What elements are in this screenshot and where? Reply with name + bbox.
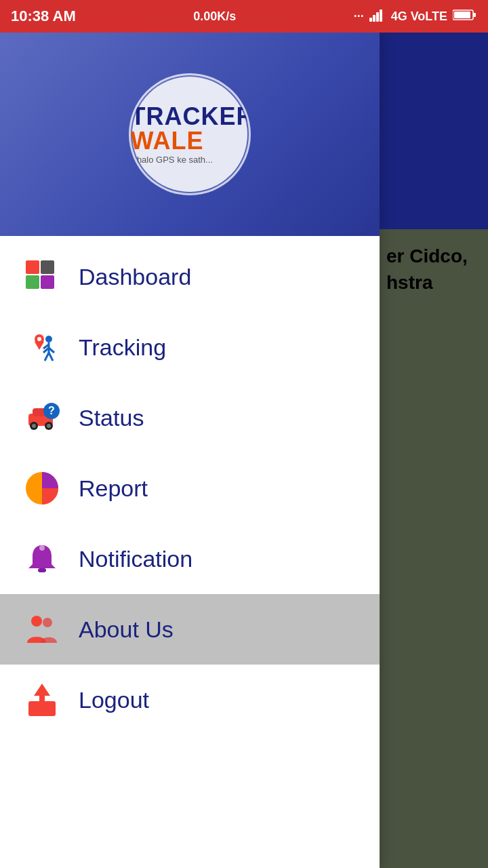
logo-title: TRACKER xyxy=(131,104,251,129)
svg-rect-0 xyxy=(369,18,372,22)
sidebar-item-about-us[interactable]: About Us xyxy=(0,594,380,665)
logo-subtitle: WALE xyxy=(131,129,204,153)
battery-icon xyxy=(453,8,477,25)
logo-text: TRACKER WALE Chalo GPS ke sath... xyxy=(131,104,251,165)
status-icons: ··· 4G VoLTE xyxy=(354,8,477,25)
svg-marker-28 xyxy=(35,342,44,350)
report-label: Report xyxy=(79,475,148,502)
sidebar-item-dashboard[interactable]: Dashboard xyxy=(0,241,380,312)
address-text: er Cidco, hstra xyxy=(386,243,481,296)
svg-rect-22 xyxy=(26,260,39,274)
sidebar-item-notification[interactable]: Notification xyxy=(0,524,380,594)
status-time: 10:38 AM xyxy=(11,7,76,25)
sidebar-item-tracking[interactable]: Tracking xyxy=(0,312,380,382)
sidebar-item-report[interactable]: Report xyxy=(0,453,380,524)
logo-tagline: Chalo GPS ke sath... xyxy=(131,155,213,165)
dashboard-icon xyxy=(19,254,65,300)
signal-dots-icon: ··· xyxy=(354,9,364,24)
network-type-label: 4G VoLTE xyxy=(391,9,447,24)
svg-point-29 xyxy=(45,336,52,342)
logout-label: Logout xyxy=(79,687,149,713)
svg-rect-51 xyxy=(39,692,45,703)
notification-label: Notification xyxy=(79,546,192,572)
svg-rect-23 xyxy=(41,260,54,274)
svg-point-48 xyxy=(43,618,52,627)
report-icon xyxy=(19,465,65,511)
svg-rect-49 xyxy=(28,701,56,716)
sidebar-item-status[interactable]: ? Status xyxy=(0,382,380,453)
svg-point-46 xyxy=(39,545,45,551)
sidebar-item-logout[interactable]: Logout xyxy=(0,665,380,735)
main-content: er Cidco, hstra xyxy=(380,33,488,868)
svg-line-33 xyxy=(45,353,49,361)
notification-icon xyxy=(19,536,65,582)
about-us-label: About Us xyxy=(79,616,174,643)
logout-icon xyxy=(19,677,65,723)
svg-text:?: ? xyxy=(48,405,55,416)
menu-list: Dashboard xyxy=(0,236,380,868)
drawer-header: TRACKER WALE Chalo GPS ke sath... xyxy=(0,33,380,236)
main-text-area: er Cidco, hstra xyxy=(380,229,488,868)
navigation-drawer: TRACKER WALE Chalo GPS ke sath... xyxy=(0,33,380,868)
tracking-icon xyxy=(19,324,65,370)
svg-rect-5 xyxy=(473,13,476,17)
svg-point-41 xyxy=(47,424,51,428)
svg-point-27 xyxy=(37,337,41,341)
svg-rect-24 xyxy=(26,275,39,289)
logo-circle: TRACKER WALE Chalo GPS ke sath... xyxy=(129,73,251,195)
svg-point-39 xyxy=(32,424,36,428)
status-bar: 10:38 AM 0.00K/s ··· 4G VoLTE xyxy=(0,0,488,33)
status-label: Status xyxy=(79,405,144,431)
svg-rect-1 xyxy=(373,15,375,22)
svg-rect-45 xyxy=(38,568,46,572)
svg-rect-2 xyxy=(376,12,379,22)
svg-rect-25 xyxy=(41,275,54,289)
svg-point-47 xyxy=(31,616,42,627)
main-top-section xyxy=(380,33,488,229)
dashboard-label: Dashboard xyxy=(79,264,191,290)
status-icon: ? xyxy=(19,395,65,441)
status-network: 0.00K/s xyxy=(193,9,236,24)
svg-rect-6 xyxy=(454,12,470,18)
signal-bars-icon xyxy=(369,8,386,25)
svg-rect-3 xyxy=(380,9,382,22)
tracking-label: Tracking xyxy=(79,334,166,361)
about-icon xyxy=(19,606,65,652)
svg-line-34 xyxy=(49,353,53,361)
